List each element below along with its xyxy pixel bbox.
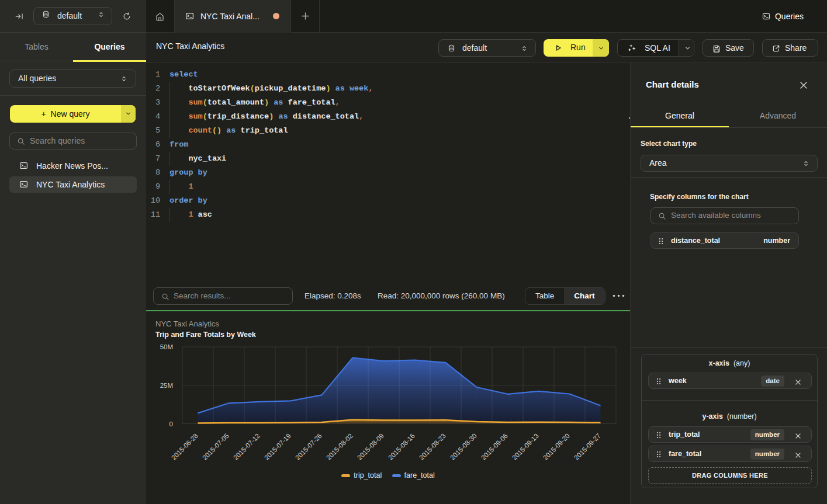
svg-text:0: 0 <box>169 420 173 427</box>
svg-text:2015-08-16: 2015-08-16 <box>387 432 416 461</box>
svg-text:2015-09-20: 2015-09-20 <box>542 432 571 461</box>
svg-text:2015-08-30: 2015-08-30 <box>449 432 478 461</box>
svg-text:2015-06-28: 2015-06-28 <box>170 432 199 461</box>
svg-text:2015-08-02: 2015-08-02 <box>325 432 354 461</box>
svg-text:2015-09-13: 2015-09-13 <box>511 432 540 461</box>
svg-text:2015-08-09: 2015-08-09 <box>356 432 385 461</box>
svg-text:25M: 25M <box>160 382 173 389</box>
svg-text:2015-08-23: 2015-08-23 <box>418 432 447 461</box>
svg-text:2015-07-19: 2015-07-19 <box>263 432 292 461</box>
svg-text:2015-09-06: 2015-09-06 <box>480 432 509 461</box>
svg-text:2015-07-05: 2015-07-05 <box>201 432 230 461</box>
svg-text:2015-07-26: 2015-07-26 <box>294 432 323 461</box>
svg-text:2015-09-27: 2015-09-27 <box>573 432 602 461</box>
svg-text:2015-07-12: 2015-07-12 <box>232 432 261 461</box>
svg-text:50M: 50M <box>160 343 173 350</box>
